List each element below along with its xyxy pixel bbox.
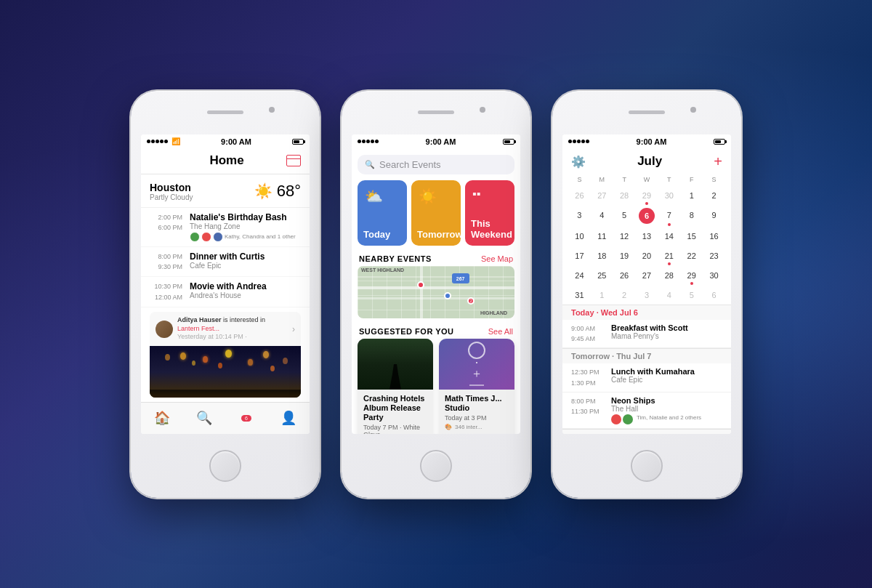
p3-today-event-1[interactable]: 9:00 AM9:45 AM Breakfast with Scott Mama… <box>562 320 731 349</box>
p3-tmr-event-1[interactable]: 12:30 PM1:30 PM Lunch with Kumahara Cafe… <box>562 363 731 392</box>
map-route-label: 267 <box>452 273 469 283</box>
p1-weather: Houston Partly Cloudy ☀️ 68° <box>141 174 310 208</box>
p3-t1-title: Breakfast with Scott <box>611 323 688 332</box>
cal-day[interactable]: 1 <box>680 186 703 205</box>
screen-2: 9:00 AM 🔍 Search Events ⛅ Today ☀️ Tomor… <box>352 134 520 434</box>
cal-day[interactable]: 21 <box>658 246 680 265</box>
cal-day[interactable]: 22 <box>680 246 703 265</box>
p2-card-2[interactable]: ＋ Math Times J... Studio Today at 3 PM 🎨… <box>439 339 514 434</box>
p2-card-1[interactable]: Crashing Hotels Album Release Party Toda… <box>358 339 433 434</box>
p3-tm1-loc: Cafe Epic <box>611 376 695 384</box>
p3-tm1-title: Lunch with Kumahara <box>611 367 695 376</box>
day-header-thu: T <box>658 174 680 185</box>
p1-weather-icon: ☀️ <box>254 182 272 200</box>
cal-day-today[interactable]: 6 <box>636 206 658 226</box>
cal-day[interactable]: 16 <box>703 227 725 246</box>
home-button-2[interactable] <box>420 450 452 482</box>
home-button-3[interactable] <box>631 450 663 482</box>
cal-day[interactable]: 12 <box>613 227 636 246</box>
p2-tile-today-label: Today <box>363 229 390 240</box>
p2-card-2-title: Math Times J... Studio <box>445 394 509 413</box>
cal-week-2: 3 4 5 6 7 8 9 <box>568 206 725 226</box>
cal-day[interactable]: 13 <box>636 227 658 246</box>
p2-nearby-title: NEARBY EVENTS <box>359 254 432 263</box>
status-bar-3: 9:00 AM <box>562 134 731 149</box>
cal-day[interactable]: 28 <box>658 266 680 285</box>
p1-tab-home[interactable]: 🏠 <box>148 410 177 426</box>
cal-day[interactable]: 5 <box>680 286 703 305</box>
p1-tab-search[interactable]: 🔍 <box>190 410 219 426</box>
cal-day[interactable]: 27 <box>591 186 613 205</box>
cal-day[interactable]: 23 <box>703 246 725 265</box>
p2-search-bar[interactable]: 🔍 Search Events <box>358 155 514 174</box>
p1-social-avatar <box>156 321 173 338</box>
cal-day[interactable]: 17 <box>568 246 591 265</box>
cal-day[interactable]: 8 <box>680 206 703 226</box>
cal-day[interactable]: 6 <box>703 286 725 305</box>
cal-day[interactable]: 28 <box>613 186 636 205</box>
cal-day[interactable]: 26 <box>568 186 591 205</box>
camera-3 <box>690 107 696 113</box>
p1-event-2-time: 8:00 PM9:30 PM <box>150 251 182 273</box>
add-event-button[interactable]: + <box>714 153 722 170</box>
cal-day[interactable]: 19 <box>613 246 636 265</box>
p2-map[interactable]: WEST HIGHLAND HIGHLAND 2 267 <box>358 266 514 318</box>
cal-day[interactable]: 24 <box>568 266 591 285</box>
p1-event-1[interactable]: 2:00 PM6:00 PM Natalie's Birthday Bash T… <box>141 208 310 247</box>
cal-day[interactable]: 29 <box>680 266 703 285</box>
p1-event-3[interactable]: 10:30 PM12:00 AM Movie with Andrea Andre… <box>141 277 310 307</box>
cal-day[interactable]: 2 <box>613 286 636 305</box>
cal-day[interactable]: 3 <box>568 206 591 226</box>
p2-tile-weekend[interactable]: ▪▪ This Weekend <box>465 180 514 246</box>
phone-1: 📶 9:00 AM Home Houston Partly Cloudy <box>131 91 320 498</box>
cal-day[interactable]: 2 <box>703 186 725 205</box>
p3-tmr-event-2[interactable]: 8:00 PM11:30 PM Neon Ships The Hall Tim,… <box>562 392 731 429</box>
cal-day[interactable]: 20 <box>636 246 658 265</box>
cal-day[interactable]: 1 <box>591 286 613 305</box>
p2-search-placeholder: Search Events <box>379 159 441 170</box>
cal-day[interactable]: 29 <box>636 186 658 205</box>
cal-day[interactable]: 30 <box>658 186 680 205</box>
cal-day[interactable]: 10 <box>568 227 591 246</box>
inbox-icon[interactable] <box>286 155 301 166</box>
cal-day[interactable]: 5 <box>613 206 636 226</box>
cal-day[interactable]: 9 <box>703 206 725 226</box>
screen-1: 📶 9:00 AM Home Houston Partly Cloudy <box>141 134 310 434</box>
cal-day[interactable]: 18 <box>591 246 613 265</box>
p2-tile-tomorrow[interactable]: ☀️ Tomorrow <box>411 180 461 246</box>
p2-nearby-header: NEARBY EVENTS See Map <box>352 251 520 266</box>
settings-icon[interactable]: ⚙️ <box>571 155 586 169</box>
p2-see-all-link[interactable]: See All <box>488 327 513 336</box>
p1-tab-profile[interactable]: 👤 <box>274 410 303 426</box>
cal-day[interactable]: 31 <box>568 286 591 305</box>
cal-day[interactable]: 15 <box>680 227 703 246</box>
cal-day[interactable]: 26 <box>613 266 636 285</box>
profile-icon: 👤 <box>280 410 296 426</box>
cal-day[interactable]: 4 <box>591 206 613 226</box>
phone-top-2 <box>342 91 530 134</box>
p2-tile-today[interactable]: ⛅ Today <box>358 180 407 246</box>
cal-day[interactable]: 27 <box>636 266 658 285</box>
p2-suggestion-cards: Crashing Hotels Album Release Party Toda… <box>352 339 520 434</box>
cal-day[interactable]: 3 <box>636 286 658 305</box>
p2-card-2-interested: 346 inter... <box>455 424 482 430</box>
p2-see-map-link[interactable]: See Map <box>481 254 513 263</box>
cal-day[interactable]: 14 <box>658 227 680 246</box>
p3-tm2-time: 8:00 PM11:30 PM <box>571 396 604 424</box>
speaker-1 <box>207 110 243 114</box>
cal-day[interactable]: 25 <box>591 266 613 285</box>
camera-2 <box>480 107 485 113</box>
cal-day[interactable]: 7 <box>658 206 680 226</box>
p3-tm1-time: 12:30 PM1:30 PM <box>571 367 604 388</box>
status-time-1: 9:00 AM <box>221 137 251 146</box>
home-button-1[interactable] <box>209 450 241 482</box>
p1-tab-calendar[interactable]: 6 <box>232 415 261 422</box>
p1-event-2[interactable]: 8:00 PM9:30 PM Dinner with Curtis Cafe E… <box>141 247 310 278</box>
cal-day[interactable]: 4 <box>658 286 680 305</box>
cal-day[interactable]: 11 <box>591 227 613 246</box>
p1-header: Home <box>141 149 310 174</box>
search-icon-2: 🔍 <box>365 160 375 169</box>
search-icon: 🔍 <box>196 410 212 426</box>
cal-day[interactable]: 30 <box>703 266 725 285</box>
p1-event-3-title: Movie with Andrea <box>190 281 267 291</box>
